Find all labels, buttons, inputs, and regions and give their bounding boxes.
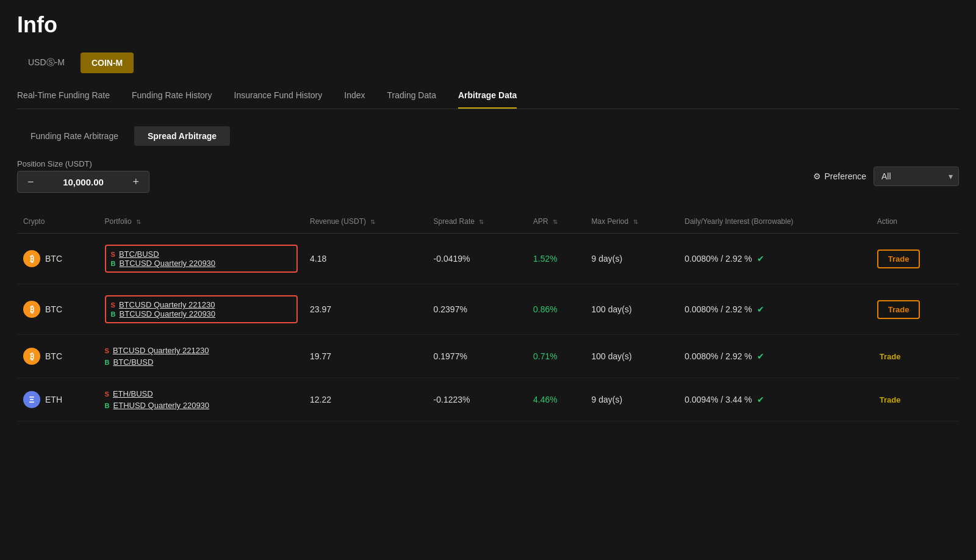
- nav-tab-bar: Real-Time Funding Rate Funding Rate Hist…: [17, 90, 959, 109]
- buy-badge-3: B: [105, 359, 110, 366]
- col-apr: APR ⇅: [527, 210, 585, 234]
- crypto-cell-3: ₿ BTC: [17, 335, 99, 378]
- eth-icon-4: Ξ: [23, 391, 40, 408]
- spread-rate-cell-4: -0.1223%: [428, 378, 527, 422]
- daily-yearly-cell-2: 0.0080% / 2.92 % ✔: [678, 284, 870, 335]
- revenue-cell-3: 19.77: [304, 335, 428, 378]
- tab-index[interactable]: Index: [344, 90, 365, 109]
- sub-tab-bar: Funding Rate Arbitrage Spread Arbitrage: [17, 126, 959, 146]
- table-row: ₿ BTC S BTC/BUSD B BTCUSD Quarterly 2209…: [17, 234, 959, 284]
- action-cell-4: Trade: [871, 378, 959, 422]
- sell-asset-3[interactable]: BTCUSD Quarterly 221230: [113, 346, 209, 355]
- trade-button-3[interactable]: Trade: [877, 348, 903, 365]
- filter-select[interactable]: All BTC ETH: [874, 167, 959, 186]
- trade-button-1[interactable]: Trade: [877, 249, 920, 268]
- preference-label: Preference: [825, 171, 866, 181]
- col-crypto: Crypto: [17, 210, 99, 234]
- buy-badge-4: B: [105, 402, 110, 409]
- trade-button-4[interactable]: Trade: [877, 392, 903, 408]
- crypto-cell-4: Ξ ETH: [17, 378, 99, 422]
- buy-asset-3[interactable]: BTC/BUSD: [113, 357, 154, 367]
- coinm-tab[interactable]: COIN-M: [81, 52, 134, 73]
- tab-trading-data[interactable]: Trading Data: [387, 90, 436, 109]
- check-icon-4: ✔: [757, 395, 764, 404]
- portfolio-cell-2: S BTCUSD Quarterly 221230 B BTCUSD Quart…: [99, 284, 304, 335]
- sell-badge-2: S: [111, 301, 115, 309]
- buy-asset-2[interactable]: BTCUSD Quarterly 220930: [120, 309, 216, 318]
- col-action: Action: [871, 210, 959, 234]
- position-input-group: − +: [17, 171, 149, 193]
- portfolio-cell-4: S ETH/BUSD B ETHUSD Quarterly 220930: [99, 378, 304, 422]
- page-title: Info: [17, 12, 959, 38]
- crypto-name-1: BTC: [45, 254, 62, 264]
- action-cell-3: Trade: [871, 335, 959, 378]
- tab-funding-history[interactable]: Funding Rate History: [132, 90, 212, 109]
- crypto-cell-2: ₿ BTC: [17, 284, 99, 335]
- col-spread-rate: Spread Rate ⇅: [428, 210, 527, 234]
- action-cell-2: Trade: [871, 284, 959, 335]
- sub-tab-funding-arb[interactable]: Funding Rate Arbitrage: [17, 126, 132, 146]
- daily-yearly-cell-3: 0.0080% / 2.92 % ✔: [678, 335, 870, 378]
- preference-area: ⚙ Preference All BTC ETH: [813, 167, 959, 186]
- usdm-tab[interactable]: USDⓈ-M: [17, 52, 76, 73]
- portfolio-sort-icon[interactable]: ⇅: [136, 218, 141, 225]
- action-cell-1: Trade: [871, 234, 959, 284]
- apr-cell-4: 4.46%: [527, 378, 585, 422]
- check-icon-2: ✔: [757, 304, 764, 314]
- tab-realtime-funding[interactable]: Real-Time Funding Rate: [17, 90, 110, 109]
- position-section: Position Size (USDT) − +: [17, 159, 149, 193]
- revenue-cell-4: 12.22: [304, 378, 428, 422]
- sell-badge-3: S: [105, 347, 109, 354]
- position-input[interactable]: [44, 177, 123, 187]
- buy-badge-2: B: [111, 311, 116, 318]
- btc-icon-3: ₿: [23, 348, 40, 365]
- trade-button-2[interactable]: Trade: [877, 300, 920, 319]
- crypto-name-3: BTC: [45, 351, 62, 361]
- position-preference-row: Position Size (USDT) − + ⚙ Preference Al…: [17, 159, 959, 193]
- apr-sort-icon[interactable]: ⇅: [553, 218, 558, 225]
- check-icon-3: ✔: [757, 351, 764, 361]
- max-period-cell-1: 9 day(s): [585, 234, 678, 284]
- revenue-sort-icon[interactable]: ⇅: [370, 218, 375, 225]
- tab-arbitrage-data[interactable]: Arbitrage Data: [458, 90, 517, 109]
- position-minus-btn[interactable]: −: [18, 171, 44, 192]
- apr-cell-2: 0.86%: [527, 284, 585, 335]
- position-label: Position Size (USDT): [17, 159, 149, 168]
- table-row: Ξ ETH S ETH/BUSD B ETHUSD Quarterly 2209…: [17, 378, 959, 422]
- sell-asset-2[interactable]: BTCUSD Quarterly 221230: [119, 300, 215, 309]
- spread-rate-cell-3: 0.1977%: [428, 335, 527, 378]
- currency-tab-bar: USDⓈ-M COIN-M: [17, 52, 959, 73]
- position-plus-btn[interactable]: +: [123, 171, 149, 192]
- filter-select-wrapper: All BTC ETH: [874, 167, 959, 186]
- spread-rate-cell-1: -0.0419%: [428, 234, 527, 284]
- crypto-name-4: ETH: [45, 395, 62, 404]
- crypto-cell-1: ₿ BTC: [17, 234, 99, 284]
- sell-asset-4[interactable]: ETH/BUSD: [113, 389, 153, 398]
- portfolio-cell-3: S BTCUSD Quarterly 221230 B BTC/BUSD: [99, 335, 304, 378]
- crypto-name-2: BTC: [45, 304, 62, 314]
- tab-insurance-history[interactable]: Insurance Fund History: [234, 90, 323, 109]
- sliders-icon: ⚙: [813, 171, 821, 181]
- portfolio-cell-1: S BTC/BUSD B BTCUSD Quarterly 220930: [99, 234, 304, 284]
- revenue-cell-1: 4.18: [304, 234, 428, 284]
- apr-cell-3: 0.71%: [527, 335, 585, 378]
- max-period-cell-2: 100 day(s): [585, 284, 678, 335]
- daily-yearly-cell-4: 0.0094% / 3.44 % ✔: [678, 378, 870, 422]
- btc-icon-2: ₿: [23, 301, 40, 318]
- sell-asset-1[interactable]: BTC/BUSD: [119, 249, 159, 259]
- spread-sort-icon[interactable]: ⇅: [479, 218, 484, 225]
- btc-icon-1: ₿: [23, 250, 40, 267]
- col-max-period: Max Period ⇅: [585, 210, 678, 234]
- revenue-cell-2: 23.97: [304, 284, 428, 335]
- sub-tab-spread-arb[interactable]: Spread Arbitrage: [134, 126, 230, 146]
- daily-yearly-cell-1: 0.0080% / 2.92 % ✔: [678, 234, 870, 284]
- spread-rate-cell-2: 0.2397%: [428, 284, 527, 335]
- buy-asset-1[interactable]: BTCUSD Quarterly 220930: [120, 259, 216, 268]
- table-row: ₿ BTC S BTCUSD Quarterly 221230 B BTCUSD…: [17, 284, 959, 335]
- apr-cell-1: 1.52%: [527, 234, 585, 284]
- preference-button[interactable]: ⚙ Preference: [813, 171, 866, 181]
- buy-asset-4[interactable]: ETHUSD Quarterly 220930: [113, 401, 210, 410]
- sell-badge-1: S: [111, 251, 115, 258]
- sell-badge-4: S: [105, 390, 109, 398]
- max-period-sort-icon[interactable]: ⇅: [633, 218, 638, 225]
